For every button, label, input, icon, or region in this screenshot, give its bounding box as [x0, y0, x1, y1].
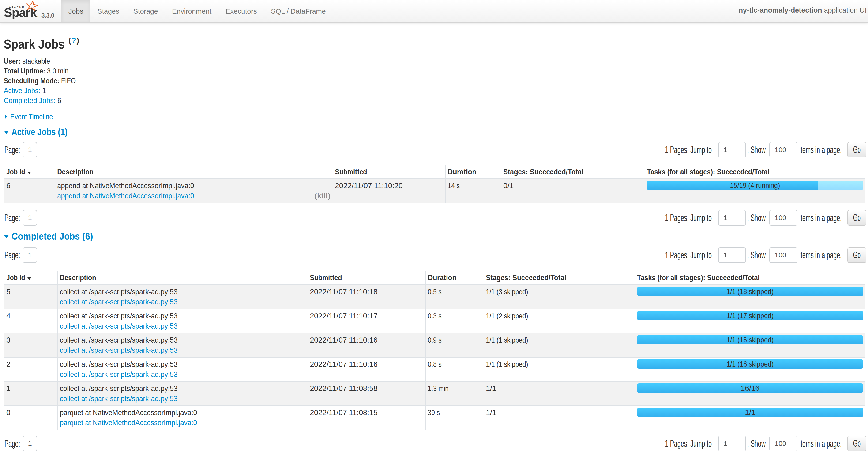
svg-text:Spark: Spark — [4, 5, 37, 19]
svg-text:™: ™ — [36, 16, 38, 18]
